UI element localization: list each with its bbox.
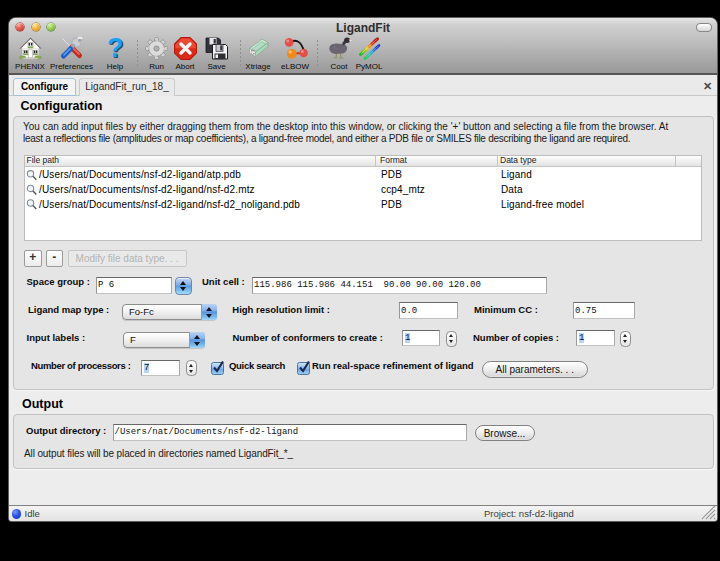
svg-text:?: ? xyxy=(106,36,123,61)
